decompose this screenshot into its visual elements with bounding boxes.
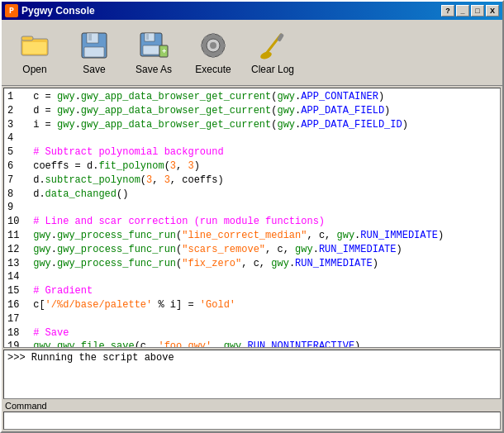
command-input[interactable] <box>3 412 501 430</box>
svg-rect-17 <box>212 54 215 58</box>
maximize-button[interactable]: □ <box>471 5 484 17</box>
minimize-button[interactable]: _ <box>456 5 469 17</box>
code-editor[interactable]: 1 c = gwy.gwy_app_data_browser_get_curre… <box>3 88 501 348</box>
save-button[interactable]: Save <box>66 25 122 81</box>
title-buttons: ? _ □ X <box>441 5 499 17</box>
command-label: Command <box>3 401 501 411</box>
code-line-7: 7 d.subtract_polynom(3, 3, coeffs) <box>7 174 497 188</box>
svg-rect-18 <box>201 44 205 47</box>
output-area: >>> Running the script above <box>3 350 501 399</box>
title-bar: P Pygwy Console ? _ □ X <box>2 2 502 20</box>
code-line-12: 12 gwy.gwy_process_func_run("scars_remov… <box>7 243 497 257</box>
svg-rect-8 <box>145 33 155 41</box>
code-line-2: 2 d = gwy.gwy_app_data_browser_get_curre… <box>7 104 497 118</box>
code-line-11: 11 gwy.gwy_process_func_run("line_correc… <box>7 229 497 243</box>
code-line-13: 13 gwy.gwy_process_func_run("fix_zero", … <box>7 257 497 271</box>
code-line-5: 5 # Subtract polynomial background <box>7 145 497 159</box>
save-as-label: Save As <box>136 64 172 75</box>
code-line-1: 1 c = gwy.gwy_app_data_browser_get_curre… <box>7 90 497 104</box>
svg-rect-16 <box>212 33 215 37</box>
svg-rect-10 <box>143 45 159 55</box>
svg-rect-5 <box>88 34 92 40</box>
open-label: Open <box>22 64 46 75</box>
save-label: Save <box>83 64 105 75</box>
code-line-14: 14 <box>7 270 497 284</box>
code-line-8: 8 d.data_changed() <box>7 188 497 202</box>
clear-log-label: Clear Log <box>251 64 294 75</box>
code-line-9: 9 <box>7 201 497 215</box>
code-line-10: 10 # Line and scar correction (run modul… <box>7 215 497 229</box>
svg-rect-6 <box>84 47 104 57</box>
toolbar: Open Save <box>2 20 502 86</box>
window-title: Pygwy Console <box>21 5 95 17</box>
code-line-19: 19 gwy.gwy_file_save(c, 'foo.gwy', gwy.R… <box>7 340 497 348</box>
save-icon <box>79 31 109 60</box>
svg-rect-1 <box>21 36 33 40</box>
app-icon: P <box>5 4 18 17</box>
execute-label: Execute <box>195 64 231 75</box>
svg-rect-9 <box>146 34 149 40</box>
close-button[interactable]: X <box>486 5 499 17</box>
help-button[interactable]: ? <box>441 5 454 17</box>
svg-point-15 <box>210 42 216 49</box>
command-area: Command <box>3 401 501 430</box>
code-line-17: 17 <box>7 312 497 326</box>
svg-rect-19 <box>221 44 226 47</box>
save-as-icon: + <box>139 31 169 60</box>
open-button[interactable]: Open <box>7 25 63 81</box>
clear-log-button[interactable]: Clear Log <box>245 25 301 81</box>
code-line-18: 18 # Save <box>7 326 497 340</box>
output-text: >>> Running the script above <box>7 352 497 364</box>
code-line-16: 16 c['/%d/base/palette' % i] = 'Gold' <box>7 298 497 312</box>
save-as-button[interactable]: + Save As <box>126 25 182 81</box>
open-icon <box>20 31 50 60</box>
main-window: P Pygwy Console ? _ □ X Open <box>0 0 504 433</box>
code-line-4: 4 <box>7 131 497 145</box>
execute-button[interactable]: Execute <box>185 25 241 81</box>
svg-text:+: + <box>162 48 166 56</box>
clear-log-icon <box>258 31 288 60</box>
main-area: 1 c = gwy.gwy_app_data_browser_get_curre… <box>2 86 502 431</box>
svg-rect-2 <box>23 42 46 54</box>
code-line-3: 3 i = gwy.gwy_app_data_browser_get_curre… <box>7 118 497 132</box>
execute-icon <box>198 31 228 60</box>
title-bar-left: P Pygwy Console <box>5 4 95 17</box>
code-line-15: 15 # Gradient <box>7 284 497 298</box>
code-line-6: 6 coeffs = d.fit_polynom(3, 3) <box>7 159 497 174</box>
